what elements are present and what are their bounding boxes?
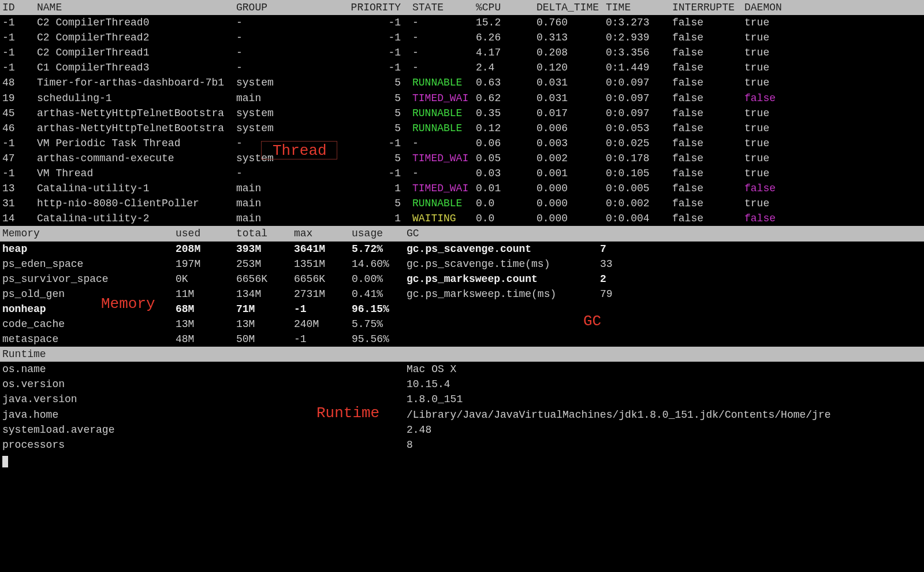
cell-delta: 0.000 (536, 196, 606, 211)
gc-val (600, 302, 922, 317)
thread-row: 31http-nio-8080-ClientPollermain5RUNNABL… (0, 196, 924, 211)
cell-daemon: true (744, 60, 796, 75)
cell-daemon: true (744, 15, 796, 30)
cell-name: C2 CompilerThread0 (37, 15, 236, 30)
cell-daemon: false (744, 211, 796, 226)
cell-priority: 5 (337, 121, 412, 136)
runtime-row: processors8 (0, 437, 924, 452)
thread-row: -1C1 CompilerThread3--1-2.40.1200:1.449f… (0, 60, 924, 75)
thread-row: 19scheduling-1main5TIMED_WAI0.620.0310:0… (0, 91, 924, 106)
cell-priority: 5 (337, 151, 412, 166)
cell-state: TIMED_WAI (412, 151, 476, 166)
gc-name: gc.ps_marksweep.time(ms) (407, 287, 600, 302)
cell-state: TIMED_WAI (412, 91, 476, 106)
cell-interrupted: false (672, 136, 744, 151)
cell-id: -1 (2, 15, 37, 30)
cell-cpu: 0.62 (476, 91, 536, 106)
mem-max: 1351M (294, 257, 352, 272)
mem-total: 6656K (236, 272, 294, 287)
cell-time: 0:1.449 (606, 60, 672, 75)
cell-delta: 0.000 (536, 181, 606, 196)
cell-delta: 0.017 (536, 106, 606, 121)
cell-cpu: 0.06 (476, 136, 536, 151)
hdr-total: total (236, 226, 294, 241)
cell-priority: -1 (337, 60, 412, 75)
cell-cpu: 6.26 (476, 30, 536, 45)
cell-cpu: 0.0 (476, 211, 536, 226)
mem-used: 0K (176, 272, 236, 287)
cell-delta: 0.031 (536, 75, 606, 90)
hdr-usage: usage (352, 226, 407, 241)
cell-daemon: true (744, 106, 796, 121)
runtime-row: os.nameMac OS X (0, 362, 924, 377)
rt-val: /Library/Java/JavaVirtualMachines/jdk1.8… (407, 407, 922, 422)
mem-total: 13M (236, 317, 294, 332)
cell-state: WAITING (412, 211, 476, 226)
cell-time: 0:0.097 (606, 75, 672, 90)
hdr-priority: PRIORITY (337, 0, 412, 15)
cell-id: 48 (2, 75, 37, 90)
gc-name (407, 332, 600, 347)
rt-val: 8 (407, 437, 922, 452)
cell-id: 14 (2, 211, 37, 226)
thread-row: -1C2 CompilerThread1--1-4.170.2080:3.356… (0, 45, 924, 60)
runtime-row: java.version1.8.0_151 (0, 392, 924, 407)
cell-daemon: true (744, 196, 796, 211)
cell-state: RUNNABLE (412, 106, 476, 121)
mem-max: 2731M (294, 287, 352, 302)
cell-delta: 0.003 (536, 136, 606, 151)
rt-val: 10.15.4 (407, 377, 922, 392)
cell-daemon: true (744, 30, 796, 45)
cell-state: RUNNABLE (412, 75, 476, 90)
cell-state: - (412, 15, 476, 30)
gc-name: gc.ps_marksweep.count (407, 272, 600, 287)
mem-name: ps_survivor_space (2, 272, 176, 287)
cell-interrupted: false (672, 211, 744, 226)
cell-time: 0:0.097 (606, 106, 672, 121)
cell-interrupted: false (672, 30, 744, 45)
hdr-daemon: DAEMON (744, 0, 796, 15)
cell-name: VM Periodic Task Thread (37, 136, 236, 151)
cell-id: -1 (2, 45, 37, 60)
cell-name: scheduling-1 (37, 91, 236, 106)
hdr-max: max (294, 226, 352, 241)
cell-interrupted: false (672, 15, 744, 30)
cell-interrupted: false (672, 91, 744, 106)
cell-delta: 0.120 (536, 60, 606, 75)
gc-val: 79 (600, 287, 922, 302)
cell-state: - (412, 45, 476, 60)
cell-time: 0:0.097 (606, 91, 672, 106)
thread-row: -1VM Thread--1-0.030.0010:0.105falsetrue (0, 166, 924, 181)
cell-name: Catalina-utility-1 (37, 181, 236, 196)
thread-row: 46arthas-NettyHttpTelnetBootstrasystem5R… (0, 121, 924, 136)
cell-group: system (236, 151, 337, 166)
cell-name: Catalina-utility-2 (37, 211, 236, 226)
cell-id: 19 (2, 91, 37, 106)
thread-row: -1C2 CompilerThread2--1-6.260.3130:2.939… (0, 30, 924, 45)
cell-delta: 0.006 (536, 121, 606, 136)
runtime-row: systemload.average2.48 (0, 422, 924, 437)
mem-usage: 96.15% (352, 302, 407, 317)
thread-row: 13Catalina-utility-1main1TIMED_WAI0.010.… (0, 181, 924, 196)
cell-interrupted: false (672, 106, 744, 121)
cell-state: - (412, 166, 476, 181)
cell-time: 0:0.004 (606, 211, 672, 226)
mem-name: metaspace (2, 332, 176, 347)
gc-val (600, 317, 922, 332)
cell-time: 0:3.356 (606, 45, 672, 60)
cell-daemon: true (744, 121, 796, 136)
mem-usage: 5.75% (352, 317, 407, 332)
cell-daemon: true (744, 136, 796, 151)
cell-time: 0:0.178 (606, 151, 672, 166)
cell-priority: -1 (337, 30, 412, 45)
cell-delta: 0.001 (536, 166, 606, 181)
cell-id: 31 (2, 196, 37, 211)
cursor-block (2, 456, 8, 467)
gc-val: 7 (600, 242, 922, 257)
hdr-gc: GC (407, 226, 600, 241)
cell-state: - (412, 30, 476, 45)
cell-id: 13 (2, 181, 37, 196)
gc-val: 33 (600, 257, 922, 272)
cell-state: RUNNABLE (412, 121, 476, 136)
mem-total: 393M (236, 242, 294, 257)
